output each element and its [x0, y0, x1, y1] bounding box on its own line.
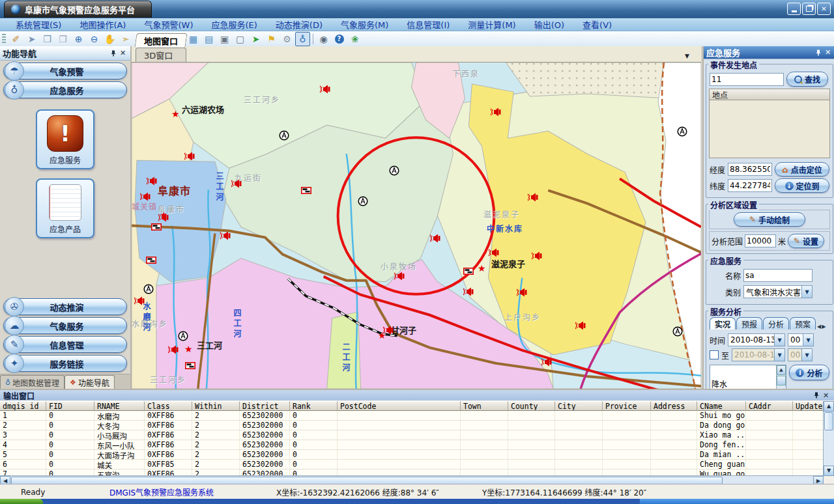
menu-item-动态推演(D)[interactable]: 动态推演(D): [266, 18, 332, 31]
column-header-Address[interactable]: Address: [651, 401, 697, 411]
date-end-select[interactable]: 2010-08-13 ▼: [732, 348, 785, 361]
monitor-station-icon[interactable]: [143, 284, 155, 294]
restore-button[interactable]: [802, 3, 816, 15]
chevron-down-icon[interactable]: ▼: [774, 349, 784, 361]
reservoir-flag-icon[interactable]: [151, 221, 163, 231]
sidebar-item-气象预警[interactable]: ☂气象预警: [3, 63, 127, 79]
service-type-select[interactable]: 气象和洪水灾害 ▼: [743, 285, 812, 298]
column-header-CName[interactable]: CName: [697, 401, 746, 411]
location-keyword-input[interactable]: [710, 73, 784, 86]
select-rect-icon[interactable]: ❒: [40, 32, 55, 46]
warning-speaker-icon[interactable]: [489, 247, 500, 258]
map-tab-地图窗口[interactable]: 地图窗口: [134, 33, 187, 48]
column-header-Within[interactable]: Within: [192, 401, 240, 411]
table-row[interactable]: 50大面场子沟0XFF8626523020000Da mian ...: [0, 450, 824, 460]
print-preview-icon[interactable]: ▢: [233, 32, 248, 46]
scroll-up-icon[interactable]: ▲: [777, 365, 786, 375]
map-canvas[interactable]: 六运湖农场三工河乡下西泉九运街阜康市阜康市城关镇小泉牧场滋泥泉子中新水库滋泥泉子…: [132, 63, 701, 389]
settings-gear-icon[interactable]: ⚙: [280, 32, 295, 46]
column-header-Provice[interactable]: Provice: [603, 401, 651, 411]
map-tab-3D窗口[interactable]: 3D窗口: [136, 48, 186, 62]
column-header-RNAME[interactable]: RNAME: [94, 401, 145, 411]
monitor-station-icon[interactable]: [677, 126, 689, 137]
close-button[interactable]: ✕: [817, 3, 831, 15]
monitor-station-icon[interactable]: [279, 130, 291, 141]
chevron-down-icon[interactable]: ▼: [803, 334, 813, 346]
service-name-input[interactable]: [743, 269, 812, 282]
menu-item-地图操作(A)[interactable]: 地图操作(A): [70, 18, 135, 31]
hour-start-select[interactable]: 00 ▼: [788, 333, 814, 346]
chevron-down-icon[interactable]: ▼: [801, 286, 812, 298]
help-icon[interactable]: ?: [332, 32, 347, 46]
panel-tab-地图数据管理[interactable]: ♁地图数据管理: [0, 375, 65, 389]
warning-speaker-icon[interactable]: [517, 287, 528, 298]
tab-scroll-left-icon[interactable]: ◀: [817, 324, 821, 329]
scroll-up-icon[interactable]: ▲: [824, 401, 834, 412]
map-export-icon[interactable]: ▦: [186, 32, 201, 46]
menu-item-查看(V)[interactable]: 查看(V): [573, 18, 621, 31]
column-header-PostCode[interactable]: PostCode: [338, 401, 461, 411]
sidebar-item-动态推演[interactable]: ✇动态推演: [3, 298, 127, 315]
eye-icon[interactable]: ◉: [316, 32, 331, 46]
to-checkbox[interactable]: [710, 350, 719, 359]
table-vertical-scrollbar[interactable]: ▲ ▼: [823, 401, 834, 476]
minimize-button[interactable]: [787, 3, 801, 15]
monitor-station-icon[interactable]: [389, 165, 401, 176]
analysis-tab-实况[interactable]: 实况: [710, 317, 736, 329]
menu-item-测量计算(M)[interactable]: 测量计算(M): [459, 18, 525, 31]
column-header-Class[interactable]: Class: [145, 401, 192, 411]
sidebar-item-气象服务[interactable]: ☁气象服务: [3, 317, 127, 334]
sidebar-item-服务链接[interactable]: ✦服务链接: [3, 355, 127, 372]
longitude-input[interactable]: [728, 163, 772, 176]
menu-item-输出(O)[interactable]: 输出(O): [525, 18, 573, 31]
pin-icon[interactable]: [813, 48, 823, 57]
table-row[interactable]: 30小马厩沟0XFF8626523020000Xiao ma ...: [0, 430, 824, 440]
location-list[interactable]: [709, 100, 830, 158]
warning-speaker-icon[interactable]: [168, 344, 180, 355]
pan-icon[interactable]: ✋: [102, 32, 117, 46]
warning-speaker-icon[interactable]: [430, 233, 442, 244]
export-image-icon[interactable]: ❀: [347, 32, 362, 46]
table-row[interactable]: 20大冬沟0XFF8626523020000Da dong gou: [0, 421, 824, 430]
analysis-range-input[interactable]: [745, 234, 776, 247]
warning-speaker-icon[interactable]: [320, 84, 332, 94]
panel-close-icon[interactable]: ✕: [823, 48, 833, 57]
tab-scroll-right-icon[interactable]: ▶: [822, 324, 826, 329]
manual-draw-button[interactable]: ✎ 手动绘制: [734, 212, 805, 227]
menu-item-气象服务(M)[interactable]: 气象服务(M): [332, 18, 397, 31]
monitor-station-icon[interactable]: [672, 326, 684, 337]
cursor-green-icon[interactable]: ➤: [248, 32, 263, 46]
chevron-down-icon[interactable]: ▼: [774, 334, 784, 346]
tool-button-应急产品[interactable]: 应急产品: [36, 178, 94, 238]
table-row[interactable]: 60城关0XFF8526523020000Cheng guan: [0, 460, 824, 469]
scroll-thumb[interactable]: [824, 412, 833, 430]
warning-speaker-icon[interactable]: [463, 287, 475, 297]
menu-item-应急服务(E)[interactable]: 应急服务(E): [202, 18, 266, 31]
analyze-button[interactable]: i 分析: [789, 365, 829, 380]
hour-end-select[interactable]: 00 ▼: [788, 348, 812, 361]
latitude-input[interactable]: [728, 179, 772, 192]
panel-close-icon[interactable]: ✕: [821, 391, 831, 400]
menu-item-系统管理(S)[interactable]: 系统管理(S): [7, 18, 70, 31]
column-header-dmgis_id[interactable]: dmgis_id: [0, 401, 46, 411]
set-range-button[interactable]: ✎ 设置: [788, 234, 824, 248]
warning-speaker-icon[interactable]: [532, 251, 543, 261]
reservoir-flag-icon[interactable]: [463, 265, 475, 275]
column-header-City[interactable]: City: [555, 401, 603, 411]
warning-speaker-icon[interactable]: [147, 176, 158, 186]
warning-speaker-icon[interactable]: [491, 107, 502, 117]
map-window-dropdown[interactable]: ▼: [685, 53, 689, 59]
image-icon[interactable]: ▤: [201, 32, 216, 46]
panel-close-icon[interactable]: ✕: [118, 49, 128, 58]
column-header-CAddr[interactable]: CAddr: [746, 401, 793, 411]
warning-speaker-icon[interactable]: [134, 296, 146, 306]
column-header-County[interactable]: County: [508, 401, 555, 411]
reservoir-flag-icon[interactable]: [301, 184, 313, 195]
date-start-select[interactable]: 2010-08-13 ▼: [728, 333, 785, 346]
column-header-Update[interactable]: Update: [793, 401, 824, 411]
menu-item-气象预警(W)[interactable]: 气象预警(W): [135, 18, 202, 31]
sidebar-item-应急服务[interactable]: ♁应急服务: [3, 81, 127, 98]
locate-by-click-button[interactable]: ⌂ 点击定位: [775, 162, 829, 176]
warning-speaker-icon[interactable]: [140, 191, 152, 202]
clear-selection-icon[interactable]: ❐: [55, 32, 70, 46]
